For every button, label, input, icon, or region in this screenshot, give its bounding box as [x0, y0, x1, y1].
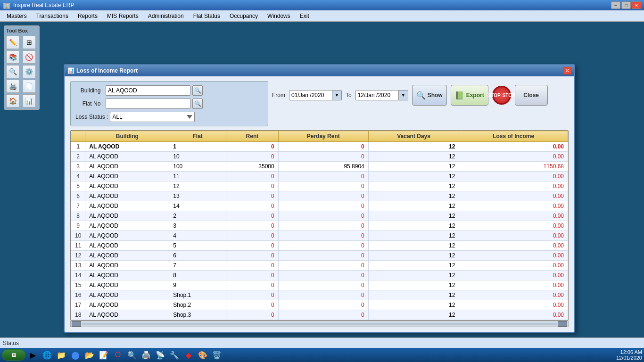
- show-button[interactable]: 🔍 Show: [412, 85, 447, 106]
- row-vacant-days: 12: [368, 271, 459, 280]
- table-row[interactable]: 9 AL AQOOD 3 0 0 12 0.00: [71, 221, 568, 231]
- close-app-button[interactable]: ✕: [632, 1, 641, 9]
- row-rent: 0: [226, 310, 279, 320]
- row-building: AL AQOOD: [85, 310, 169, 320]
- flat-label: Flat No :: [75, 100, 104, 107]
- taskbar-icon-opera[interactable]: O: [111, 349, 124, 361]
- taskbar-icon-files[interactable]: 📂: [83, 349, 96, 361]
- table-row[interactable]: 16 AL AQOOD Shop.1 0 0 12 0.00: [71, 290, 568, 300]
- taskbar-icon-chrome[interactable]: ⬤: [69, 349, 82, 361]
- loss-status-select[interactable]: ALL Loss No Loss: [110, 112, 195, 122]
- export-button[interactable]: 📗 Export: [451, 85, 488, 106]
- row-number: 2: [71, 152, 85, 162]
- tool-pencil[interactable]: ✏️: [6, 36, 19, 49]
- menu-administration[interactable]: Administration: [143, 12, 189, 20]
- row-building: AL AQOOD: [85, 191, 169, 201]
- table-row[interactable]: 15 AL AQOOD 9 0 0 12 0.00: [71, 280, 568, 290]
- taskbar-icon-teamviewer[interactable]: 📡: [154, 349, 167, 361]
- row-loss-of-income: 0.00: [459, 142, 568, 152]
- row-building: AL AQOOD: [85, 152, 169, 162]
- to-date-dropdown-button[interactable]: ▼: [398, 90, 408, 100]
- report-table-container[interactable]: Building Flat Rent Perday Rent Vacant Da…: [70, 130, 569, 321]
- row-flat: 4: [169, 231, 226, 241]
- clock-date: 12/01/2020: [616, 355, 642, 361]
- tool-stop[interactable]: 🚫: [23, 50, 36, 64]
- row-rent: 0: [226, 280, 279, 290]
- row-number: 10: [71, 231, 85, 241]
- minimize-button[interactable]: −: [611, 1, 620, 9]
- main-area: Tool Box ✏️ ⊞ 📚 🚫 🔍 ⚙️ 🖨️ 📄 🏠 📊 📊 Loss o…: [0, 22, 644, 323]
- taskbar-icon-app1[interactable]: 🔧: [168, 349, 181, 361]
- dialog-close-x-button[interactable]: ✕: [563, 67, 571, 74]
- taskbar-icon-notepad[interactable]: 📝: [97, 349, 110, 361]
- menu-exit[interactable]: Exit: [295, 12, 314, 20]
- table-row[interactable]: 11 AL AQOOD 5 0 0 12 0.00: [71, 241, 568, 251]
- tool-print[interactable]: 🖨️: [6, 80, 19, 93]
- row-perday-rent: 0: [278, 142, 368, 152]
- building-input[interactable]: [106, 85, 190, 96]
- taskbar-icon-recycle[interactable]: 🗑️: [210, 349, 223, 361]
- stop-button[interactable]: STOP STOP: [492, 86, 511, 105]
- menu-transactions[interactable]: Transactions: [32, 12, 73, 20]
- row-loss-of-income: 0.00: [459, 181, 568, 191]
- menu-flat-status[interactable]: Flat Status: [189, 12, 225, 20]
- row-vacant-days: 12: [368, 181, 459, 191]
- row-rent: 0: [226, 181, 279, 191]
- table-row[interactable]: 10 AL AQOOD 4 0 0 12 0.00: [71, 231, 568, 241]
- menu-occupancy[interactable]: Occupancy: [225, 12, 263, 20]
- table-row[interactable]: 2 AL AQOOD 10 0 0 12 0.00: [71, 152, 568, 162]
- tool-chart[interactable]: 📊: [23, 94, 36, 107]
- table-row[interactable]: 18 AL AQOOD Shop.3 0 0 12 0.00: [71, 310, 568, 320]
- tool-search[interactable]: 🔍: [6, 65, 19, 78]
- taskbar-icon-search[interactable]: 🔍: [125, 349, 139, 361]
- table-row[interactable]: 7 AL AQOOD 14 0 0 12 0.00: [71, 201, 568, 211]
- row-perday-rent: 0: [278, 241, 368, 251]
- flat-search-button[interactable]: 🔍: [192, 99, 203, 109]
- taskbar-icon-print[interactable]: 🖨️: [140, 349, 153, 361]
- menu-mis-reports[interactable]: MIS Reports: [102, 12, 143, 20]
- row-rent: 0: [226, 211, 279, 221]
- menu-masters[interactable]: Masters: [2, 12, 32, 20]
- tool-home[interactable]: 🏠: [6, 94, 19, 107]
- menu-bar: Masters Transactions Reports MIS Reports…: [0, 10, 644, 22]
- close-dialog-button[interactable]: Close: [515, 85, 548, 106]
- table-row[interactable]: 12 AL AQOOD 6 0 0 12 0.00: [71, 251, 568, 261]
- start-button[interactable]: ⊞: [2, 349, 25, 361]
- tool-settings[interactable]: ⚙️: [23, 65, 36, 78]
- tool-grid[interactable]: ⊞: [23, 36, 36, 49]
- row-building: AL AQOOD: [85, 162, 169, 172]
- to-date-input[interactable]: [356, 91, 398, 99]
- row-perday-rent: 0: [278, 290, 368, 300]
- table-row[interactable]: 13 AL AQOOD 7 0 0 12 0.00: [71, 261, 568, 271]
- toolbox-label: Tool Box: [6, 28, 37, 33]
- row-building: AL AQOOD: [85, 181, 169, 191]
- table-row[interactable]: 17 AL AQOOD Shop.2 0 0 12 0.00: [71, 300, 568, 310]
- building-filter-group: Building : 🔍: [75, 85, 263, 96]
- maximize-button[interactable]: □: [621, 1, 631, 9]
- flat-input[interactable]: [106, 99, 190, 109]
- horizontal-scrollbar[interactable]: [70, 321, 569, 327]
- table-row[interactable]: 4 AL AQOOD 11 0 0 12 0.00: [71, 172, 568, 181]
- from-date-input[interactable]: [289, 91, 332, 99]
- taskbar-icon-folder[interactable]: 📁: [55, 349, 68, 361]
- from-date-dropdown-button[interactable]: ▼: [332, 90, 341, 100]
- row-vacant-days: 12: [368, 221, 459, 231]
- taskbar-icon-paint[interactable]: 🎨: [196, 349, 209, 361]
- building-search-button[interactable]: 🔍: [192, 85, 203, 96]
- table-row[interactable]: 1 AL AQOOD 1 0 0 12 0.00: [71, 142, 568, 152]
- taskbar-icon-media[interactable]: ▶: [26, 349, 40, 361]
- table-row[interactable]: 14 AL AQOOD 8 0 0 12 0.00: [71, 271, 568, 280]
- tool-layers[interactable]: 📚: [6, 50, 19, 64]
- table-row[interactable]: 6 AL AQOOD 13 0 0 12 0.00: [71, 191, 568, 201]
- table-row[interactable]: 8 AL AQOOD 2 0 0 12 0.00: [71, 211, 568, 221]
- tool-doc[interactable]: 📄: [23, 80, 36, 93]
- table-row[interactable]: 3 AL AQOOD 100 35000 95.8904 12 1150.68: [71, 162, 568, 172]
- menu-reports[interactable]: Reports: [73, 12, 102, 20]
- row-flat: 2: [169, 211, 226, 221]
- taskbar-icon-diamond[interactable]: ◆: [182, 349, 195, 361]
- menu-windows[interactable]: Windows: [263, 12, 295, 20]
- row-building: AL AQOOD: [85, 241, 169, 251]
- taskbar-icon-ie[interactable]: 🌐: [41, 349, 54, 361]
- table-row[interactable]: 5 AL AQOOD 12 0 0 12 0.00: [71, 181, 568, 191]
- row-perday-rent: 0: [278, 201, 368, 211]
